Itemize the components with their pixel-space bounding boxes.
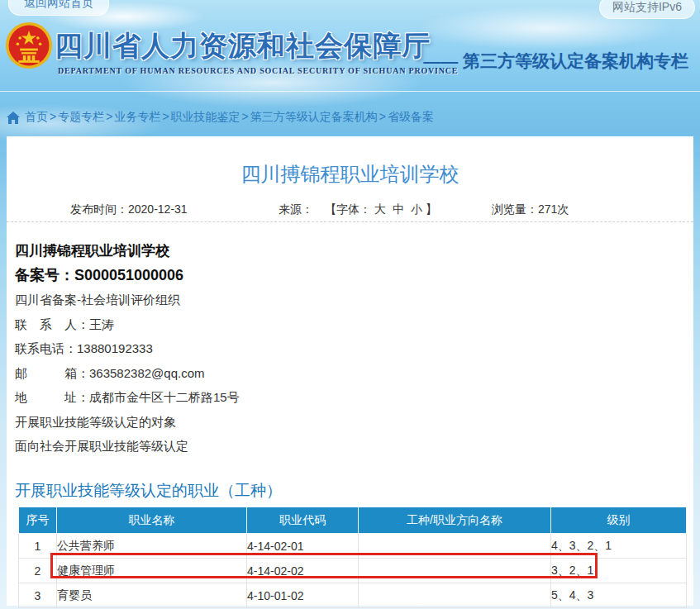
- national-emblem-icon: [5, 21, 53, 73]
- article-details: 四川搏锦程职业培训学校备案号：S000051000006四川省备案-社会培训评价…: [15, 239, 685, 459]
- table-header-cell: 级别: [551, 507, 687, 534]
- section-title: 开展职业技能等级认定的职业（工种）: [15, 480, 282, 502]
- breadcrumb-item[interactable]: 专题专栏: [58, 110, 104, 123]
- breadcrumb: 首页>专题专栏>业务专栏>职业技能鉴定>第三方等级认定备案机构>省级备案: [7, 110, 434, 125]
- table-cell: 育婴员: [57, 583, 247, 608]
- highlight-box: [50, 553, 598, 578]
- breadcrumb-item[interactable]: 第三方等级认定备案机构: [250, 110, 378, 123]
- table-header-cell: 工种/职业方向名称: [359, 507, 551, 534]
- site-subtitle-en: DEPARTMENT OF HUMAN RESOURCES AND SOCIAL…: [58, 66, 458, 75]
- breadcrumb-item[interactable]: 职业技能鉴定: [171, 110, 240, 123]
- table-cell: 5、4、3: [551, 583, 687, 608]
- detail-line: 面向社会开展职业技能等级认定: [15, 434, 685, 459]
- font-size-option[interactable]: 大: [374, 202, 386, 216]
- detail-line: 联系电话：13880192333: [15, 336, 685, 361]
- breadcrumb-separator: >: [242, 110, 249, 123]
- table-row: 3育婴员4-10-01-025、4、3: [19, 583, 687, 608]
- source-and-font: 来源： 【字体：大中小】: [279, 202, 437, 217]
- article-meta: 发布时间：2020-12-31 来源： 【字体：大中小】 浏览量：271次: [7, 202, 693, 221]
- source-label: 来源：: [279, 202, 313, 216]
- breadcrumb-separator: >: [106, 110, 112, 123]
- font-size-option[interactable]: 中: [393, 202, 404, 216]
- detail-line: 备案号：S000051000006: [15, 264, 685, 288]
- font-label-close: 】: [426, 202, 437, 216]
- detail-line: 联 系 人：王涛: [15, 312, 685, 337]
- views-counter: 浏览量：271次: [492, 202, 569, 217]
- detail-line: 四川搏锦程职业培训学校: [15, 239, 685, 264]
- column-slogan: —— 第三方等级认定备案机构专栏: [423, 50, 688, 73]
- breadcrumb-item[interactable]: 业务专栏: [114, 110, 160, 123]
- detail-line: 邮 箱：363582382@qq.com: [15, 361, 685, 386]
- ipv6-badge: 网站支持IPv6: [599, 0, 695, 19]
- table-cell: 3: [19, 583, 57, 608]
- breadcrumb-items: 首页>专题专栏>业务专栏>职业技能鉴定>第三方等级认定备案机构>省级备案: [25, 110, 434, 125]
- font-size-options: 大中小: [371, 202, 426, 216]
- table-header-row: 序号职业名称职业代码工种/职业方向名称级别: [19, 507, 687, 534]
- detail-line: 地 址：成都市金牛区十二桥路15号: [15, 385, 685, 410]
- table-header-cell: 序号: [19, 507, 57, 534]
- breadcrumb-separator: >: [162, 110, 169, 123]
- article-card: 四川搏锦程职业培训学校 发布时间：2020-12-31 来源： 【字体：大中小】…: [7, 136, 693, 606]
- back-home-button[interactable]: 返回网站首页: [8, 0, 109, 16]
- publish-time: 发布时间：2020-12-31: [70, 202, 188, 217]
- breadcrumb-item[interactable]: 省级备案: [388, 110, 434, 123]
- article-title: 四川搏锦程职业培训学校: [7, 161, 693, 188]
- publish-date: 2020-12-31: [128, 202, 188, 216]
- table-header-cell: 职业代码: [247, 507, 359, 534]
- meta-divider: [7, 221, 693, 222]
- home-icon: [7, 112, 20, 124]
- views-value: 271次: [538, 202, 569, 216]
- page: 返回网站首页 网站支持IPv6 四川省人力资源和社会保障厅 DEPARTMENT…: [0, 0, 700, 609]
- detail-line: 开展职业技能等级认定的对象: [15, 410, 685, 435]
- breadcrumb-item[interactable]: 首页: [25, 110, 48, 123]
- table-cell: [359, 583, 551, 608]
- site-title: 四川省人力资源和社会保障厅: [55, 27, 431, 65]
- breadcrumb-separator: >: [50, 110, 56, 123]
- breadcrumb-separator: >: [379, 110, 386, 123]
- banner-divider: [0, 91, 700, 92]
- table-cell: 4-10-01-02: [247, 583, 359, 608]
- publish-label: 发布时间：: [70, 202, 128, 216]
- detail-line: 四川省备案-社会培训评价组织: [15, 288, 685, 312]
- font-label-open: 【字体：: [325, 202, 371, 216]
- table-header-cell: 职业名称: [57, 507, 247, 534]
- views-label: 浏览量：: [492, 202, 538, 216]
- font-size-option[interactable]: 小: [411, 202, 422, 216]
